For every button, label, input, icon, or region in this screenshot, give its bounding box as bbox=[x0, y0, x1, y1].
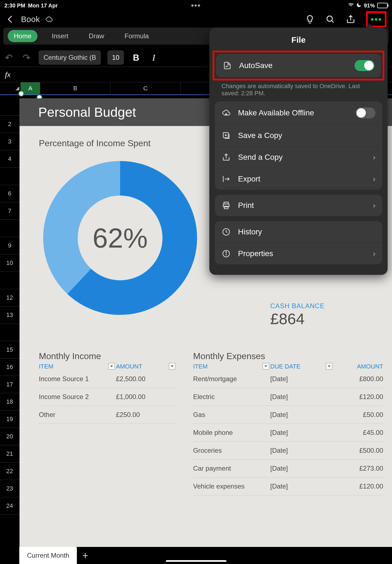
send-copy-row[interactable]: Send a Copy › bbox=[215, 146, 382, 168]
autosave-highlight: AutoSave bbox=[213, 51, 384, 80]
history-label: History bbox=[238, 227, 375, 236]
filter-dropdown-icon[interactable] bbox=[108, 363, 115, 370]
table-row[interactable]: Income Source 2£1,000.00 bbox=[39, 388, 177, 406]
table-row[interactable]: Electric[Date]£120.00 bbox=[193, 388, 384, 406]
autosave-row[interactable]: AutoSave bbox=[216, 54, 381, 77]
row-header[interactable]: 24 bbox=[0, 497, 19, 515]
search-icon[interactable] bbox=[325, 14, 335, 24]
row-header[interactable]: 18 bbox=[0, 393, 19, 411]
table-row[interactable]: Other£250.00 bbox=[39, 406, 177, 424]
row-header[interactable] bbox=[0, 168, 19, 185]
expense-header: Monthly Expenses bbox=[193, 351, 384, 361]
row-header[interactable]: 15 bbox=[0, 341, 19, 359]
row-header[interactable]: 20 bbox=[0, 428, 19, 445]
font-size-selector[interactable]: 10 bbox=[107, 50, 124, 65]
row-header[interactable]: 6 bbox=[0, 185, 19, 202]
row-header[interactable]: 23 bbox=[0, 480, 19, 497]
row-header[interactable]: 9 bbox=[0, 237, 19, 254]
add-sheet-button[interactable]: + bbox=[77, 547, 93, 564]
row-header[interactable]: 12 bbox=[0, 289, 19, 307]
cell-due: [Date] bbox=[270, 411, 334, 419]
row-header[interactable]: 16 bbox=[0, 359, 19, 376]
expense-col-amount[interactable]: AMOUNT bbox=[334, 363, 383, 370]
table-row[interactable]: Income Source 1£2,500.00 bbox=[39, 370, 177, 388]
expense-col-item[interactable]: ITEM bbox=[193, 363, 270, 370]
cell-amount: £250.00 bbox=[116, 411, 177, 419]
cash-balance: CASH BALANCE £864 bbox=[270, 302, 325, 328]
cell-due: [Date] bbox=[270, 393, 334, 401]
info-icon bbox=[221, 249, 231, 258]
row-header[interactable] bbox=[0, 324, 19, 341]
row-header[interactable]: 13 bbox=[0, 307, 19, 324]
redo-button[interactable]: ↷ bbox=[21, 52, 32, 63]
table-row[interactable]: Vehicle expenses[Date]£120.00 bbox=[193, 478, 384, 495]
export-row[interactable]: Export › bbox=[215, 168, 382, 190]
row-header[interactable]: 21 bbox=[0, 445, 19, 463]
column-header-c[interactable]: C bbox=[110, 82, 181, 94]
row-header[interactable]: 10 bbox=[0, 254, 19, 272]
row-header[interactable]: 19 bbox=[0, 411, 19, 428]
tab-draw[interactable]: Draw bbox=[83, 30, 110, 42]
expense-col-due[interactable]: DUE DATE bbox=[270, 363, 334, 370]
row-header[interactable] bbox=[0, 272, 19, 289]
save-copy-row[interactable]: Save a Copy bbox=[215, 124, 382, 146]
column-header-a[interactable]: A bbox=[21, 82, 40, 94]
properties-row[interactable]: Properties › bbox=[215, 243, 382, 264]
home-indicator[interactable] bbox=[166, 560, 226, 562]
font-family-selector[interactable]: Century Gothic (Bo bbox=[39, 50, 101, 65]
table-row[interactable]: Rent/mortgage[Date]£800.00 bbox=[193, 370, 384, 388]
cell-due: [Date] bbox=[270, 447, 334, 454]
print-label: Print bbox=[238, 201, 366, 210]
table-row[interactable]: Groceries[Date]£500.00 bbox=[193, 442, 384, 460]
row-header[interactable]: 2 bbox=[0, 116, 19, 133]
italic-button[interactable]: I bbox=[148, 53, 159, 63]
row-header[interactable] bbox=[0, 98, 19, 116]
cell-amount: £800.00 bbox=[334, 375, 383, 383]
print-row[interactable]: Print › bbox=[215, 195, 382, 216]
undo-button[interactable]: ↶ bbox=[3, 52, 14, 63]
row-header[interactable]: 3 bbox=[0, 133, 19, 150]
cell-item: Car payment bbox=[193, 465, 270, 472]
income-col-amount[interactable]: AMOUNT bbox=[116, 363, 177, 370]
filter-dropdown-icon[interactable] bbox=[263, 363, 269, 370]
cell-amount: £273.00 bbox=[334, 465, 383, 472]
history-row[interactable]: History bbox=[215, 221, 382, 243]
send-copy-label: Send a Copy bbox=[238, 153, 366, 162]
cloud-sync-icon[interactable] bbox=[45, 15, 53, 23]
column-header-b[interactable]: B bbox=[40, 82, 110, 94]
table-row[interactable]: Mobile phone[Date]£45.00 bbox=[193, 424, 384, 442]
sheet-tab-current[interactable]: Current Month bbox=[19, 547, 77, 564]
income-table: Monthly Income ITEM AMOUNT Income Source… bbox=[39, 351, 177, 495]
bold-button[interactable]: B bbox=[131, 53, 142, 63]
row-header[interactable]: 17 bbox=[0, 376, 19, 393]
row-header[interactable] bbox=[0, 220, 19, 237]
tab-home[interactable]: Home bbox=[8, 30, 37, 42]
offline-toggle[interactable] bbox=[356, 107, 375, 118]
lightbulb-icon[interactable] bbox=[305, 14, 315, 24]
svg-point-0 bbox=[327, 16, 332, 21]
selection-handle-icon[interactable] bbox=[18, 91, 24, 97]
row-header[interactable]: 4 bbox=[0, 150, 19, 168]
select-all-corner[interactable] bbox=[0, 82, 21, 94]
share-icon[interactable] bbox=[346, 14, 356, 24]
row-header[interactable]: 22 bbox=[0, 463, 19, 480]
autosave-toggle[interactable] bbox=[355, 60, 374, 71]
cell-item: Mobile phone bbox=[193, 429, 270, 436]
document-name[interactable]: Book bbox=[21, 15, 40, 24]
back-button[interactable] bbox=[6, 14, 15, 24]
filter-dropdown-icon[interactable] bbox=[326, 363, 332, 370]
row-header[interactable]: 7 bbox=[0, 202, 19, 220]
filter-dropdown-icon[interactable] bbox=[169, 363, 175, 370]
table-row[interactable]: Gas[Date]£50.00 bbox=[193, 406, 384, 424]
autosave-icon bbox=[223, 61, 232, 70]
font-family-value: Century Gothic (Bo bbox=[44, 54, 96, 61]
ellipsis-icon: ••• bbox=[371, 14, 382, 25]
tab-formulas[interactable]: Formula bbox=[118, 30, 155, 42]
multitask-dots-icon[interactable]: ••• bbox=[191, 1, 201, 10]
tab-insert[interactable]: Insert bbox=[46, 30, 74, 42]
income-col-item[interactable]: ITEM bbox=[39, 363, 116, 370]
offline-row[interactable]: Make Available Offline bbox=[215, 101, 382, 124]
status-time: 2:30 PM bbox=[4, 2, 25, 9]
donut-chart: 62% bbox=[42, 159, 199, 316]
table-row[interactable]: Car payment[Date]£273.00 bbox=[193, 460, 384, 478]
